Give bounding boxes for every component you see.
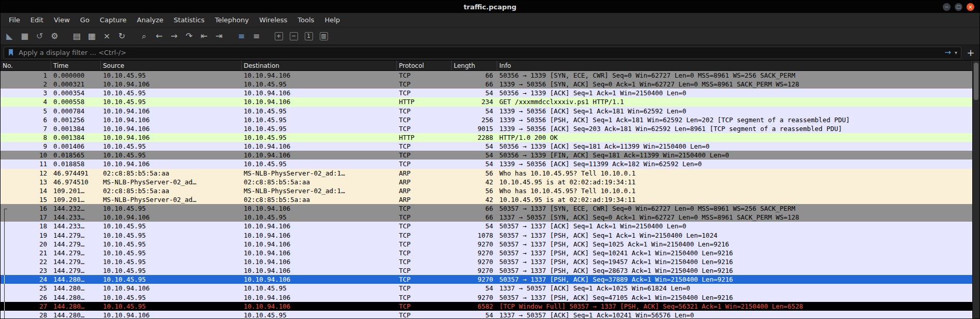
packet-row[interactable]: 21144.279…10.10.45.9510.10.94.106TCP9270… xyxy=(1,249,972,257)
packet-row[interactable]: 25144.280…10.10.94.10610.10.45.95TCP5413… xyxy=(1,284,972,293)
auto-scroll-icon-glyph: ≡ xyxy=(238,31,245,41)
packet-row[interactable]: 17144.233…10.10.94.10610.10.45.95TCP6613… xyxy=(1,213,972,222)
last-packet-icon[interactable]: ⇥ xyxy=(212,29,226,43)
cell-proto: TCP xyxy=(397,222,452,230)
packet-row[interactable]: 1246.97449102:c8:85:b5:5a:aaMS-NLB-PhysS… xyxy=(1,169,972,178)
packet-row[interactable]: 16144.232…10.10.45.9510.10.94.106TCP6650… xyxy=(1,204,972,213)
packet-row[interactable]: 100.01856510.10.45.9510.10.94.106TCP5450… xyxy=(1,151,972,160)
packet-row[interactable]: 60.00125610.10.94.10610.10.45.95TCP25613… xyxy=(1,115,972,124)
display-filter-input[interactable] xyxy=(18,48,941,57)
zoom-out-icon[interactable]: − xyxy=(287,29,301,43)
packet-row[interactable]: 23144.279…10.10.45.9510.10.94.106TCP9270… xyxy=(1,266,972,275)
cell-info: 50357 → 1337 [PSH, ACK] Seq=47105 Ack=1 … xyxy=(497,293,972,302)
column-header-source[interactable]: Source xyxy=(101,61,242,70)
packet-row[interactable]: 27144.280…10.10.45.9510.10.94.106TCP6582… xyxy=(1,302,972,311)
cell-src: 10.10.94.106 xyxy=(101,115,242,124)
menu-tools[interactable]: Tools xyxy=(292,13,319,27)
packet-row[interactable]: 18144.233…10.10.45.9510.10.94.106TCP5450… xyxy=(1,222,972,230)
stop-capture-icon-glyph: ■ xyxy=(21,31,28,41)
column-header-no[interactable]: No. xyxy=(1,61,51,70)
apply-filter-icon[interactable]: → xyxy=(944,49,951,56)
start-capture-icon[interactable]: ◣ xyxy=(3,29,17,43)
packet-row[interactable]: 20.00032110.10.94.10610.10.45.95TCP66133… xyxy=(1,80,972,89)
close-button[interactable]: × xyxy=(967,3,974,11)
packet-row[interactable]: 22144.279…10.10.45.9510.10.94.106TCP9270… xyxy=(1,257,972,266)
cell-proto: TCP xyxy=(397,124,452,133)
cell-src: 10.10.94.106 xyxy=(101,160,242,168)
add-filter-button[interactable]: + xyxy=(965,48,976,57)
cell-num: 13 xyxy=(1,178,51,186)
menu-telephony[interactable]: Telephony xyxy=(210,13,254,27)
packet-row[interactable]: 24144.280…10.10.45.9510.10.94.106TCP9270… xyxy=(1,275,972,284)
reload-file-icon[interactable]: ↻ xyxy=(115,29,129,43)
find-packet-icon[interactable]: ⌕ xyxy=(137,29,151,43)
packet-row[interactable]: 40.00055810.10.45.9510.10.94.106HTTP234G… xyxy=(1,97,972,106)
cell-proto: TCP xyxy=(397,160,452,168)
capture-options-icon[interactable]: ⚙ xyxy=(48,29,62,43)
menu-file[interactable]: File xyxy=(4,13,25,27)
restart-capture-icon[interactable]: ↺ xyxy=(33,29,47,43)
column-header-destination[interactable]: Destination xyxy=(242,61,397,70)
cell-num: 17 xyxy=(1,213,51,222)
cell-dst: 10.10.94.106 xyxy=(242,231,397,240)
cell-dst: 10.10.45.95 xyxy=(242,213,397,222)
menu-wireless[interactable]: Wireless xyxy=(254,13,292,27)
menu-view[interactable]: View xyxy=(49,13,75,27)
packet-row[interactable]: 14109.201…02:c8:85:b5:5a:aaMS-NLB-PhysSe… xyxy=(1,186,972,195)
filter-dropdown-caret-icon[interactable]: ▾ xyxy=(955,50,957,55)
go-to-packet-icon[interactable]: ↷ xyxy=(182,29,196,43)
cell-proto: TCP xyxy=(397,115,452,124)
column-header-length[interactable]: Length xyxy=(452,61,497,70)
open-file-icon[interactable]: ▤ xyxy=(70,29,84,43)
packet-row[interactable]: 80.00138410.10.94.10610.10.45.95HTTP2288… xyxy=(1,133,972,142)
menu-statistics[interactable]: Statistics xyxy=(169,13,210,27)
zoom-in-icon[interactable]: + xyxy=(272,29,286,43)
cell-src: 10.10.45.95 xyxy=(101,249,242,257)
normal-size-icon[interactable]: 1 xyxy=(302,29,316,43)
column-header-protocol[interactable]: Protocol xyxy=(397,61,452,70)
menu-help[interactable]: Help xyxy=(319,13,345,27)
cell-info: 1339 → 50356 [SYN, ACK] Seq=0 Ack=1 Win=… xyxy=(497,80,972,89)
first-packet-icon[interactable]: ⇤ xyxy=(197,29,211,43)
packet-row[interactable]: 1346.974510MS-NLB-PhysServer-02_ad…02:c8… xyxy=(1,178,972,186)
cell-len: 256 xyxy=(452,115,497,124)
auto-scroll-icon[interactable]: ≡ xyxy=(234,29,248,43)
close-file-icon[interactable]: × xyxy=(100,29,114,43)
maximize-button[interactable]: □ xyxy=(955,3,962,11)
minimize-button[interactable]: − xyxy=(943,3,951,11)
resize-columns-icon[interactable]: ▥ xyxy=(317,29,331,43)
packet-row[interactable]: 26144.280…10.10.45.9510.10.94.106TCP9270… xyxy=(1,293,972,302)
packet-row[interactable]: 70.00138410.10.94.10610.10.45.95TCP90151… xyxy=(1,124,972,133)
packet-row[interactable]: 20144.279…10.10.45.9510.10.94.106TCP9270… xyxy=(1,240,972,249)
packet-row[interactable]: 28144.280…10.10.94.10610.10.45.95TCP5413… xyxy=(1,311,972,318)
colorize-icon[interactable]: ≡ xyxy=(249,29,263,43)
display-filter-field[interactable]: → ▾ xyxy=(4,47,961,59)
scrollbar-thumb[interactable] xyxy=(974,63,978,100)
first-packet-icon-glyph: ⇤ xyxy=(201,31,207,41)
cell-time: 0.001406 xyxy=(51,142,101,151)
packet-row[interactable]: 50.00078410.10.94.10610.10.45.95TCP54133… xyxy=(1,107,972,115)
go-forward-icon-glyph: → xyxy=(171,31,177,41)
packet-row[interactable]: 10.00000010.10.45.9510.10.94.106TCP66503… xyxy=(1,71,972,80)
cell-info: HTTP/1.0 200 OK xyxy=(497,133,972,142)
packet-row[interactable]: 30.00035410.10.45.9510.10.94.106TCP54503… xyxy=(1,89,972,97)
go-forward-icon[interactable]: → xyxy=(167,29,181,43)
packet-row[interactable]: 19144.279…10.10.45.9510.10.94.106TCP1078… xyxy=(1,231,972,240)
go-back-icon[interactable]: ← xyxy=(152,29,166,43)
cell-info: 50356 → 1339 [ACK] Seq=1 Ack=1 Win=21504… xyxy=(497,89,972,97)
packet-row[interactable]: 90.00140610.10.45.9510.10.94.106TCP54503… xyxy=(1,142,972,151)
stop-capture-icon[interactable]: ■ xyxy=(18,29,32,43)
column-header-info[interactable]: Info xyxy=(497,61,972,70)
packet-row[interactable]: 110.01885810.10.94.10610.10.45.95TCP5413… xyxy=(1,160,972,168)
menu-analyze[interactable]: Analyze xyxy=(132,13,169,27)
column-header-time[interactable]: Time xyxy=(51,61,101,70)
vertical-scrollbar[interactable] xyxy=(972,61,979,318)
menu-capture[interactable]: Capture xyxy=(95,13,132,27)
menu-go[interactable]: Go xyxy=(75,13,95,27)
packet-row[interactable]: 15109.201…MS-NLB-PhysServer-02_ad…02:c8:… xyxy=(1,195,972,204)
save-file-icon[interactable]: ▦ xyxy=(85,29,99,43)
menu-edit[interactable]: Edit xyxy=(25,13,49,27)
cell-proto: TCP xyxy=(397,204,452,213)
bookmark-icon[interactable] xyxy=(8,49,14,56)
cell-len: 54 xyxy=(452,89,497,97)
